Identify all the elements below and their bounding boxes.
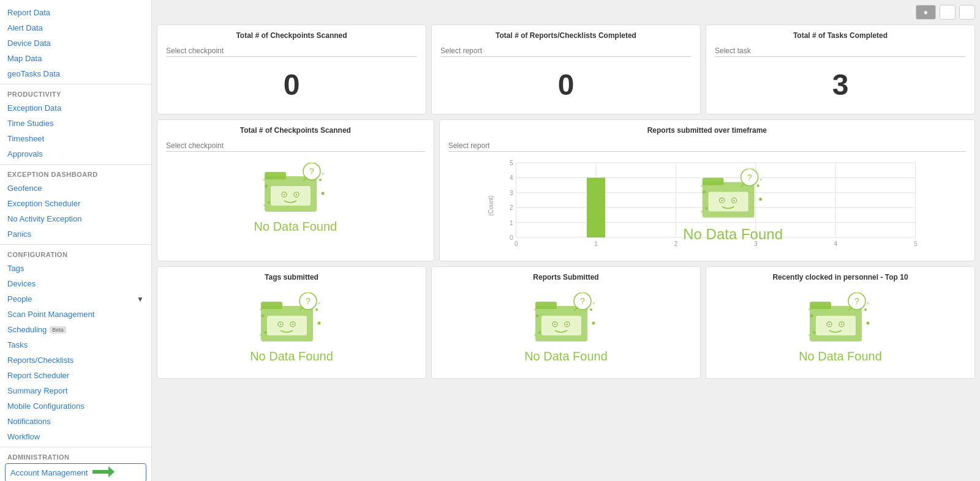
svg-text:1: 1 (510, 220, 513, 226)
sidebar-item-summary-report[interactable]: Summary Report (0, 383, 151, 398)
card-reports-completed-top: Total # of Reports/Checklists Completed … (431, 24, 701, 114)
card-title-checkpoints-scanned-chart: Total # of Checkpoints Scanned (166, 126, 425, 135)
green-arrow-icon (92, 466, 115, 479)
card-reports-timeframe-chart: Reports submitted over timeframe 0123450… (439, 119, 975, 261)
sidebar-item-label-reports-checklists: Reports/Checklists (7, 356, 74, 365)
card-reports-submitted: Reports Submitted ? × × × No Data Found (431, 266, 701, 379)
svg-point-92 (590, 308, 592, 311)
svg-text:4: 4 (510, 174, 513, 181)
select-tasks-completed-top[interactable] (715, 45, 966, 57)
card-recently-clocked: Recently clocked in personnel - Top 10 ?… (706, 266, 975, 379)
sidebar-item-label-report-data: Report Data (7, 8, 50, 17)
sidebar-item-people[interactable]: People▼ (0, 291, 151, 307)
cards-row-3: Tags submitted ? × × × No Data Found Rep… (157, 266, 975, 379)
sidebar-item-label-summary-report: Summary Report (7, 386, 67, 395)
sidebar-item-label-people: People (7, 294, 32, 304)
select-checkpoints-scanned-chart[interactable] (166, 140, 425, 152)
sidebar-item-scan-point-management[interactable]: Scan Point Management (0, 307, 151, 322)
svg-text:(Count): (Count) (487, 195, 494, 215)
svg-text:×: × (808, 307, 811, 312)
sidebar-item-label-tags: Tags (7, 264, 24, 273)
svg-point-51 (733, 199, 735, 201)
topbar-btn-3[interactable] (959, 5, 975, 20)
svg-point-89 (536, 315, 539, 318)
sidebar-item-exception-data[interactable]: Exception Data (0, 100, 151, 116)
sidebar-item-label-devices: Devices (7, 279, 36, 288)
svg-text:×: × (533, 307, 537, 312)
sidebar-item-geotasks-data[interactable]: geoTasks Data (0, 66, 151, 81)
sidebar-section-administration: Administration (0, 447, 151, 463)
chart-area-reports-timeframe-chart: 012345012345 (Count) ? × × (448, 157, 966, 255)
sidebar-item-label-report-scheduler: Report Scheduler (7, 371, 69, 380)
svg-point-72 (262, 315, 265, 318)
sidebar-item-exception-scheduler[interactable]: Exception Scheduler (0, 196, 151, 211)
sidebar-item-label-tasks: Tasks (7, 340, 28, 349)
sidebar-item-mobile-configurations[interactable]: Mobile Configurations (0, 398, 151, 414)
svg-point-68 (292, 324, 294, 326)
sidebar-item-scheduling[interactable]: SchedulingBeta (0, 322, 151, 337)
sidebar-item-device-data[interactable]: Device Data (0, 35, 151, 51)
no-data-label-checkpoints-scanned-chart: No Data Found (254, 220, 337, 234)
sidebar-item-label-workflow: Workflow (7, 432, 40, 441)
sidebar-item-label-panics: Panics (7, 229, 31, 239)
sidebar-item-panics[interactable]: Panics (0, 226, 151, 242)
sidebar-item-label-account-management: Account Management (10, 468, 88, 477)
svg-point-56 (759, 198, 762, 201)
svg-point-58 (757, 185, 760, 187)
sidebar-item-workflow[interactable]: Workflow (0, 429, 151, 444)
card-title-reports-completed-top: Total # of Reports/Checklists Completed (440, 31, 692, 40)
sidebar-item-approvals[interactable]: Approvals (0, 146, 151, 162)
topbar-btn-2[interactable] (940, 5, 956, 20)
svg-text:1: 1 (594, 240, 598, 247)
select-reports-completed-top[interactable] (440, 45, 692, 57)
sidebar-item-label-map-data: Map Data (7, 54, 42, 63)
top-bar: ● (157, 5, 975, 20)
sidebar-item-reports-checklists[interactable]: Reports/Checklists (0, 352, 151, 368)
svg-point-55 (703, 190, 706, 193)
card-checkpoints-scanned-chart: Total # of Checkpoints Scanned ? × × × N (157, 119, 434, 261)
sidebar-item-no-activity-exception[interactable]: No Activity Exception (0, 211, 151, 226)
sidebar-item-tags[interactable]: Tags (0, 261, 151, 276)
sidebar-item-geofence[interactable]: Geofence (0, 181, 151, 196)
card-title-recently-clocked: Recently clocked in personnel - Top 10 (715, 273, 966, 282)
svg-text:×: × (760, 177, 763, 182)
card-value-tasks-completed-top: 3 (715, 62, 966, 108)
svg-rect-63 (261, 302, 282, 309)
sidebar-item-alert-data[interactable]: Alert Data (0, 20, 151, 35)
sidebar-item-notifications[interactable]: Notifications (0, 414, 151, 429)
svg-text:×: × (867, 300, 870, 306)
select-reports-timeframe-chart[interactable] (448, 140, 966, 152)
svg-point-12 (265, 185, 268, 188)
sidebar-item-devices[interactable]: Devices (0, 276, 151, 291)
no-data-container-recently-clocked: ? × × × No Data Found (715, 286, 966, 372)
sidebar: Report DataAlert DataDevice DataMap Data… (0, 0, 152, 481)
card-title-checkpoints-scanned-top: Total # of Checkpoints Scanned (166, 31, 417, 40)
svg-point-57 (706, 207, 708, 210)
sidebar-item-timesheet[interactable]: Timesheet (0, 131, 151, 146)
sidebar-section-configuration: Configuration (0, 244, 151, 261)
sidebar-item-account-management[interactable]: Account Management (5, 463, 146, 481)
sidebar-item-map-data[interactable]: Map Data (0, 51, 151, 66)
sidebar-item-tasks[interactable]: Tasks (0, 337, 151, 352)
sidebar-item-time-studies[interactable]: Time Studies (0, 116, 151, 131)
topbar-btn-1[interactable]: ● (916, 5, 936, 20)
sidebar-item-report-scheduler[interactable]: Report Scheduler (0, 368, 151, 383)
svg-text:3: 3 (510, 190, 513, 196)
svg-point-102 (841, 324, 843, 326)
svg-text:×: × (263, 177, 266, 182)
svg-text:×: × (322, 171, 325, 176)
svg-text:×: × (701, 209, 704, 214)
svg-point-109 (864, 308, 867, 311)
sidebar-item-label-scheduling: Scheduling (7, 325, 47, 334)
sidebar-item-label-geofence: Geofence (7, 184, 42, 193)
card-title-tags-submitted: Tags submitted (166, 273, 417, 282)
sidebar-section-productivity: Productivity (0, 84, 151, 100)
svg-text:×: × (808, 332, 811, 338)
sidebar-item-label-time-studies: Time Studies (7, 119, 53, 128)
svg-rect-3 (265, 172, 286, 179)
select-checkpoints-scanned-top[interactable] (166, 45, 417, 57)
svg-rect-43 (587, 177, 605, 237)
sidebar-item-report-data[interactable]: Report Data (0, 5, 151, 20)
no-data-label-reports-submitted: No Data Found (524, 349, 608, 364)
svg-text:0: 0 (510, 234, 513, 241)
